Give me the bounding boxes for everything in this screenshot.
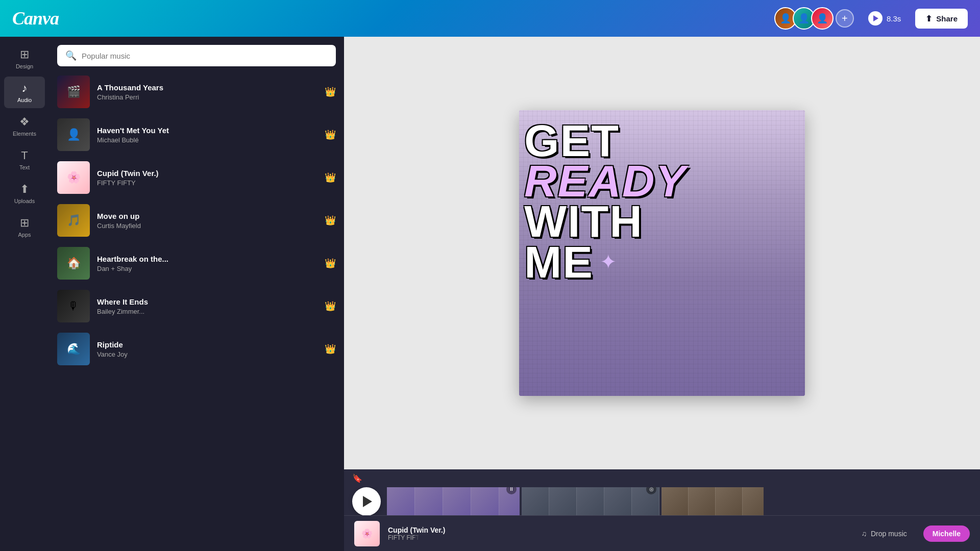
music-panel: 🔍 🎬 A Thousand Years Christina Perri 👑 👤	[49, 37, 344, 551]
song-title: Riptide	[97, 340, 317, 349]
song-artist: Dan + Shay	[97, 265, 317, 272]
sidebar-label-apps: Apps	[18, 232, 31, 238]
thumb-mini	[387, 487, 415, 515]
crown-icon: 👑	[325, 86, 336, 97]
share-icon: ⬆	[925, 14, 932, 23]
play-duration: 8.3s	[887, 14, 901, 23]
track-segment-1[interactable]: ⏸ 1.6s	[387, 487, 520, 515]
drop-music-label: Drop music	[871, 530, 907, 538]
main-layout: ⊞ Design ♪ Audio ❖ Elements T Text ⬆ Upl…	[0, 37, 980, 551]
sidebar-label-design: Design	[16, 63, 33, 69]
list-item[interactable]: 🎬 A Thousand Years Christina Perri 👑	[49, 70, 344, 113]
track-segment-2[interactable]: ◎ 2.8s	[522, 487, 659, 515]
song-title: Move on up	[97, 212, 317, 220]
song-thumbnail: 🌊	[57, 333, 90, 365]
list-item[interactable]: 🌊 Riptide Vance Joy 👑	[49, 328, 344, 370]
song-title: Where It Ends	[97, 297, 317, 306]
search-container: 🔍	[49, 37, 344, 70]
song-title: Cupid (Twin Ver.)	[97, 169, 317, 178]
song-thumbnail: 🎬	[57, 76, 90, 108]
song-list: 🎬 A Thousand Years Christina Perri 👑 👤 H…	[49, 70, 344, 551]
sidebar-item-uploads[interactable]: ⬆ Uploads	[4, 178, 45, 209]
track-segments: ⏸ 1.6s ◎	[387, 487, 972, 515]
song-info: Heartbreak on the... Dan + Shay	[97, 255, 317, 272]
avatar-group: 👤 👤 👤 +	[774, 7, 854, 30]
drop-music-button[interactable]: ♫ Drop music	[853, 525, 915, 542]
timeline: 🔖 ⏸	[344, 469, 980, 551]
text-icon: T	[21, 149, 28, 162]
list-item[interactable]: 🎙 Where It Ends Bailey Zimmer... 👑	[49, 285, 344, 328]
uploads-icon: ⬆	[20, 183, 29, 196]
song-info: Move on up Curtis Mayfield	[97, 212, 317, 230]
timeline-header: 🔖	[344, 469, 980, 487]
michelle-badge: Michelle	[923, 525, 970, 542]
sidebar: ⊞ Design ♪ Audio ❖ Elements T Text ⬆ Upl…	[0, 37, 49, 551]
bookmark-icon: 🔖	[352, 473, 362, 483]
song-info: Cupid (Twin Ver.) FIFTY FIFTY	[97, 169, 317, 187]
thumb-mini	[743, 487, 764, 515]
text-get: GET	[524, 120, 800, 161]
sidebar-label-elements: Elements	[13, 131, 36, 137]
list-item[interactable]: 🎵 Move on up Curtis Mayfield 👑	[49, 199, 344, 242]
crown-icon: 👑	[325, 343, 336, 355]
share-button[interactable]: ⬆ Share	[915, 9, 968, 29]
canvas-card[interactable]: GET READY WITH ME ✦	[519, 110, 805, 396]
text-me: ME	[524, 242, 594, 282]
crown-icon: 👑	[325, 129, 336, 140]
sidebar-item-elements[interactable]: ❖ Elements	[4, 110, 45, 142]
thumb-mini	[716, 487, 743, 515]
song-info: Riptide Vance Joy	[97, 340, 317, 358]
thumb-mini	[415, 487, 443, 515]
track-segment-3[interactable]: 2.3s	[662, 487, 764, 515]
artist-truncated: FIFTY FIFT	[388, 534, 420, 541]
canvas-area: GET READY WITH ME ✦ 🔖	[344, 37, 980, 551]
search-bar[interactable]: 🔍	[57, 45, 336, 66]
song-artist: Christina Perri	[97, 93, 317, 101]
thumb-mini	[471, 487, 499, 515]
song-info: Where It Ends Bailey Zimmer...	[97, 297, 317, 315]
sidebar-item-text[interactable]: T Text	[4, 144, 45, 176]
pause-icon: ⏸	[506, 487, 517, 494]
crown-icon: 👑	[325, 300, 336, 312]
song-info: A Thousand Years Christina Perri	[97, 83, 317, 101]
thumb-mini	[604, 487, 632, 515]
current-song-info: Cupid (Twin Ver.) FIFTY FIFT	[388, 526, 845, 541]
song-artist: FIFTY FIFTY	[97, 179, 317, 187]
preview-play-button[interactable]: 8.3s	[862, 7, 907, 30]
song-artist: Vance Joy	[97, 350, 317, 358]
timeline-play-button[interactable]	[352, 487, 381, 515]
crown-icon: 👑	[325, 172, 336, 183]
text-ready: READY	[524, 161, 800, 201]
list-item[interactable]: 👤 Haven't Met You Yet Michael Bublé 👑	[49, 113, 344, 156]
list-item[interactable]: 🏠 Heartbreak on the... Dan + Shay 👑	[49, 242, 344, 285]
song-title: Heartbreak on the...	[97, 255, 317, 263]
song-artist: Michael Bublé	[97, 136, 317, 144]
current-song-artist: FIFTY FIFT	[388, 534, 845, 541]
share-label: Share	[936, 14, 958, 23]
thumb-mini	[577, 487, 604, 515]
song-artist: Curtis Mayfield	[97, 222, 317, 230]
play-icon	[868, 11, 883, 26]
crown-icon: 👑	[325, 258, 336, 269]
timeline-tracks: ⏸ 1.6s ◎	[344, 487, 980, 515]
search-input[interactable]	[82, 52, 328, 60]
song-thumbnail: 👤	[57, 118, 90, 151]
song-thumbnail: 🎵	[57, 204, 90, 237]
current-song-thumbnail: 🌸	[354, 521, 380, 546]
avatar-user3[interactable]: 👤	[811, 7, 834, 30]
thumb-mini	[522, 487, 549, 515]
sidebar-item-design[interactable]: ⊞ Design	[4, 43, 45, 74]
sparkle-icon: ✦	[600, 250, 617, 273]
apps-icon: ⊞	[20, 216, 29, 230]
canvas-workspace[interactable]: GET READY WITH ME ✦	[344, 37, 980, 469]
sidebar-item-apps[interactable]: ⊞ Apps	[4, 211, 45, 243]
segment-thumbnails	[387, 487, 520, 515]
list-item[interactable]: 🌸 Cupid (Twin Ver.) FIFTY FIFTY 👑	[49, 156, 344, 199]
add-collaborator-button[interactable]: +	[836, 9, 854, 28]
text-with: WITH	[524, 201, 800, 241]
search-icon: 🔍	[65, 50, 77, 61]
crown-icon: 👑	[325, 215, 336, 226]
target-icon: ◎	[646, 487, 656, 494]
segment-thumbnails	[662, 487, 764, 515]
sidebar-item-audio[interactable]: ♪ Audio	[4, 77, 45, 108]
